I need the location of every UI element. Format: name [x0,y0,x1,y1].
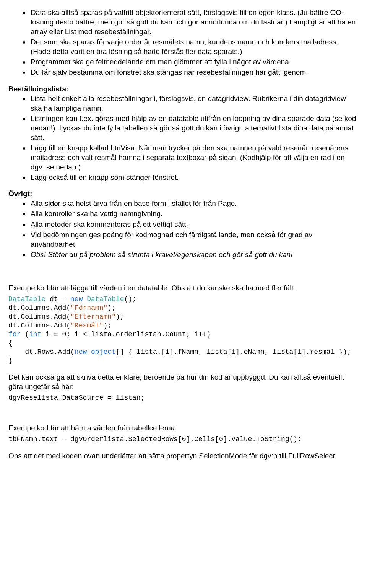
bestallningslista-list: Lista helt enkelt alla resebeställningar… [8,94,359,182]
list-item: Lägg också till en knapp som stänger fön… [30,173,359,182]
code-block-selectedrows: tbFNamn.text = dgvOrderlista.SelectedRow… [8,435,359,444]
list-item-italic: Obs! Stöter du på problem så strunta i k… [30,250,359,259]
intro-list: Data ska alltså sparas på valfritt objek… [8,8,359,77]
example1-alt-intro: Det kan också gå att skriva detta enklar… [8,372,359,391]
example1-intro: Exempelkod för att lägga till värden i e… [8,283,359,293]
list-item: Data ska alltså sparas på valfritt objek… [30,8,359,36]
list-item: Det som ska sparas för varje order är re… [30,37,359,56]
list-item: Vid bedömningen ges poäng för kodmognad … [30,230,359,249]
list-item: Du får själv bestämma om fönstret ska st… [30,67,359,77]
ovrigt-list: Alla sidor ska helst ärva från en base f… [8,199,359,259]
list-item: Listningen kan t.ex. göras med hjälp av … [30,114,359,142]
section-heading-ovrigt: Övrigt: [8,189,359,199]
list-item: Lägg till en knapp kallad btnVisa. När m… [30,143,359,172]
list-item: Alla metoder ska kommenteras på ett vett… [30,220,359,229]
closing-note: Obs att det med koden ovan underlättar a… [8,451,359,461]
section-heading-bestallningslista: Beställningslista: [8,84,359,94]
list-item: Alla kontroller ska ha vettig namngivnin… [30,209,359,218]
list-item: Lista helt enkelt alla resebeställningar… [30,94,359,113]
code-block-datasource: dgvReselista.DataSource = listan; [8,394,359,402]
list-item: Programmet ska ge felmeddelande om man g… [30,57,359,67]
code-block-datatable: DataTable dt = new DataTable(); dt.Colum… [8,295,359,365]
example2-intro: Exempelkod för att hämta värden från tab… [8,423,359,433]
list-item: Alla sidor ska helst ärva från en base f… [30,199,359,208]
